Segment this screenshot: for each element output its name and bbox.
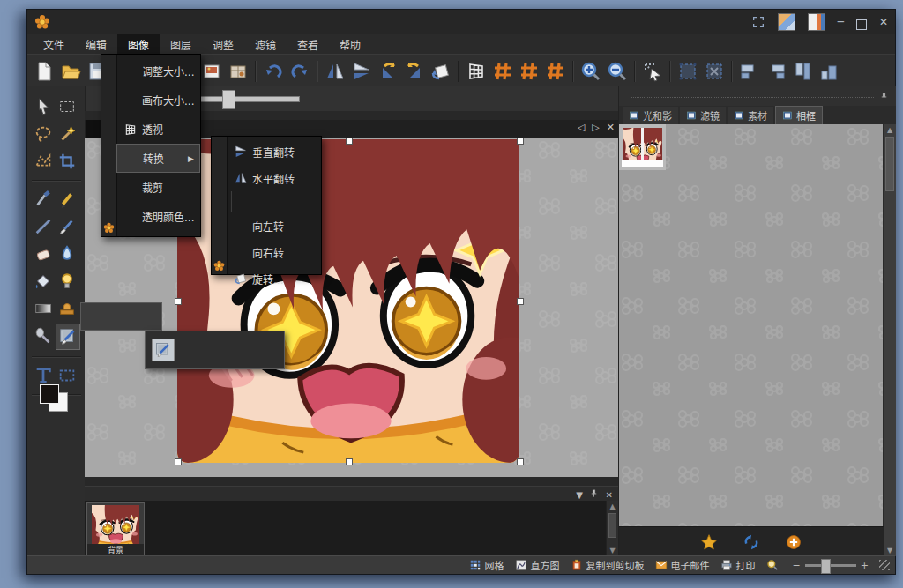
scroll-up-icon[interactable]: ▲: [884, 126, 896, 134]
minimize-button[interactable]: ─: [838, 12, 844, 32]
menu-adjust[interactable]: 调整: [202, 34, 244, 55]
selection-new[interactable]: [675, 58, 701, 85]
layer-item[interactable]: 背景: [86, 502, 145, 557]
scroll-down-icon[interactable]: ▼: [607, 547, 618, 555]
crop-tool[interactable]: [56, 149, 78, 174]
resize-handle[interactable]: [517, 298, 524, 305]
resize-handle[interactable]: [175, 298, 182, 305]
redo[interactable]: [287, 58, 313, 85]
flip-vertical[interactable]: 垂直翻转: [227, 138, 321, 165]
selection-clear[interactable]: [701, 58, 728, 85]
status-histogram[interactable]: 直方图: [515, 558, 560, 572]
new-file[interactable]: [31, 58, 57, 85]
status-copy-clipboard[interactable]: 复制到剪切板: [571, 558, 645, 572]
resize-grip[interactable]: [879, 560, 890, 570]
move-tool[interactable]: [32, 94, 55, 119]
pointer-select[interactable]: [639, 58, 666, 85]
transparent-color[interactable]: 透明颜色...: [116, 202, 200, 231]
menu-image[interactable]: 图像: [117, 34, 160, 55]
water-drop-tool[interactable]: [56, 242, 78, 266]
crop[interactable]: 裁剪: [116, 173, 200, 202]
grid-overlay-2[interactable]: [516, 58, 542, 85]
grid-overlay-3[interactable]: [542, 58, 569, 85]
line-tool[interactable]: [32, 214, 55, 239]
tab-scroll-left-icon[interactable]: ◁: [578, 122, 585, 133]
export-image[interactable]: [198, 58, 225, 85]
light-tool[interactable]: [56, 269, 78, 294]
status-grid[interactable]: 网格: [469, 558, 504, 572]
scroll-down-icon[interactable]: ▼: [884, 547, 896, 555]
tab-scroll-right-icon[interactable]: ▷: [592, 122, 599, 133]
knife-tool[interactable]: [32, 187, 55, 212]
favorite-star-icon[interactable]: [700, 533, 718, 551]
close-button[interactable]: ✕: [879, 12, 888, 32]
fill-tool[interactable]: [32, 269, 55, 294]
undo[interactable]: [260, 58, 287, 85]
layers-panel-header[interactable]: ▼ ✕: [85, 486, 618, 501]
tab-light-shadow[interactable]: 光和影: [623, 107, 678, 124]
menu-layer[interactable]: 图层: [160, 34, 202, 55]
align-bottom[interactable]: [763, 58, 789, 85]
layers-scrollbar[interactable]: ▲ ▼: [606, 501, 618, 556]
title-bar[interactable]: ─ ✕: [27, 10, 895, 35]
tab-frame[interactable]: 相框: [775, 106, 823, 124]
package[interactable]: [225, 58, 251, 85]
tab-filter[interactable]: 滤镜: [680, 107, 726, 124]
canvas-size[interactable]: 画布大小...: [116, 86, 200, 115]
align-left[interactable]: [736, 58, 763, 85]
resize-handle[interactable]: [175, 458, 182, 465]
maximize-button[interactable]: [856, 19, 867, 30]
menu-edit[interactable]: 编辑: [75, 34, 117, 55]
flip-horizontal[interactable]: 水平翻转: [227, 165, 321, 191]
window-preview-thumb-2[interactable]: [808, 13, 825, 31]
polygon-select-tool[interactable]: [32, 149, 55, 174]
smudge-tool[interactable]: [32, 324, 55, 348]
stamp-tool[interactable]: [56, 296, 78, 321]
transform[interactable]: 转换 ▶: [116, 144, 200, 173]
menu-help[interactable]: 帮助: [329, 34, 371, 55]
color-swatches[interactable]: [40, 384, 70, 413]
magic-wand-tool[interactable]: [56, 122, 78, 146]
eraser-tool[interactable]: [32, 242, 55, 266]
rotate-left[interactable]: 向左转: [227, 212, 321, 239]
brush-tool[interactable]: [56, 214, 78, 239]
zoom-plus-icon[interactable]: +: [861, 560, 869, 571]
flip-vertical[interactable]: [348, 58, 375, 85]
zoom-out[interactable]: [604, 58, 631, 85]
layers-pin-icon[interactable]: [589, 488, 599, 498]
resize[interactable]: 调整大小...: [116, 56, 200, 86]
menu-filter[interactable]: 滤镜: [244, 34, 287, 55]
panel-pin-icon[interactable]: [879, 92, 889, 101]
zoom-slider[interactable]: − +: [793, 560, 869, 571]
rotate-custom[interactable]: 旋转...: [227, 265, 321, 292]
pencil-tool[interactable]: [56, 187, 78, 212]
menu-view[interactable]: 查看: [287, 34, 329, 55]
zoom-in[interactable]: [578, 58, 604, 85]
align-size[interactable]: [816, 58, 842, 85]
lasso-tool[interactable]: [32, 122, 55, 146]
fullscreen-icon[interactable]: [751, 15, 765, 29]
foreground-color-swatch[interactable]: [40, 384, 59, 404]
slider-thumb[interactable]: [222, 90, 235, 109]
status-print[interactable]: 打印: [720, 558, 756, 572]
right-panel-header[interactable]: [619, 86, 896, 106]
brush-size-slider[interactable]: [197, 96, 300, 102]
add-icon[interactable]: [785, 533, 802, 551]
resize-handle[interactable]: [346, 458, 353, 465]
gallery-scrollbar[interactable]: ▲ ▼: [883, 124, 896, 556]
tab-close-icon[interactable]: ✕: [607, 122, 615, 133]
perspective[interactable]: 透视: [116, 115, 200, 144]
scroll-up-icon[interactable]: ▲: [607, 502, 618, 510]
menu-file[interactable]: 文件: [33, 34, 75, 55]
blur-brush-tool[interactable]: [56, 324, 80, 350]
resize-handle[interactable]: [517, 458, 524, 465]
perspective-grid[interactable]: [463, 58, 489, 85]
zoom-slider-thumb[interactable]: [821, 559, 831, 574]
zoom-minus-icon[interactable]: −: [793, 560, 801, 571]
rotate-left[interactable]: [375, 58, 401, 85]
rect-select-tool[interactable]: [56, 94, 78, 119]
gradient-tool[interactable]: [32, 296, 55, 321]
rotate-right[interactable]: [401, 58, 428, 85]
resize-handle[interactable]: [517, 138, 524, 145]
resize-handle[interactable]: [346, 138, 353, 145]
